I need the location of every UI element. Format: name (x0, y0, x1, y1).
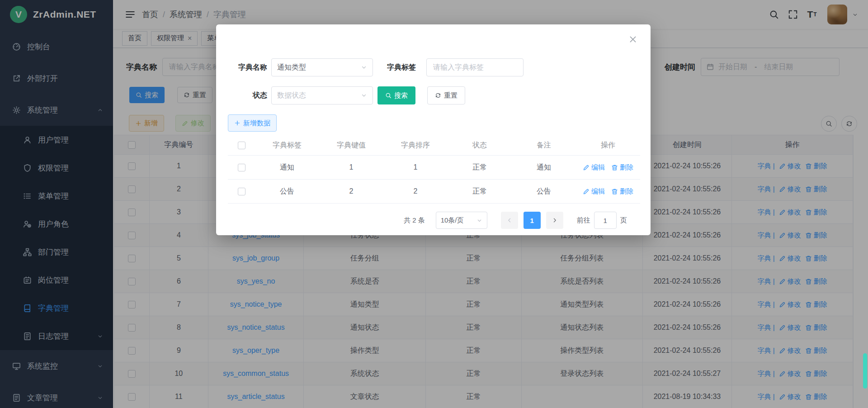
chevron-down-icon (476, 218, 482, 223)
modal-dict-name-label: 字典名称 (227, 58, 267, 76)
chevron-left-icon (506, 217, 513, 223)
delete-link[interactable]: 删除 (611, 163, 633, 172)
cell-dict-label: 通知 (255, 156, 319, 179)
next-page-button[interactable] (546, 212, 563, 229)
page-unit-label: 页 (620, 216, 627, 225)
goto-label: 前往 (577, 216, 590, 225)
page-size-select[interactable]: 10条/页 (436, 212, 487, 229)
modal-status-select[interactable]: 数据状态 (271, 86, 373, 104)
page-number-button[interactable]: 1 (524, 212, 541, 229)
scrollbar-thumb[interactable] (863, 353, 867, 389)
modal-reset-label: 重置 (444, 91, 458, 100)
row-checkbox[interactable] (238, 188, 245, 195)
cell-operations: 编辑删除 (576, 156, 640, 179)
prev-page-button[interactable] (501, 212, 518, 229)
cell-dict-value: 2 (319, 180, 383, 203)
add-data-label: 新增数据 (243, 119, 270, 128)
delete-link[interactable]: 删除 (611, 187, 633, 196)
cell-remark: 通知 (512, 156, 576, 179)
dict-data-table: 字典标签字典键值字典排序状态备注操作 通知11正常通知编辑删除公告22正常公告编… (228, 135, 640, 204)
modal-dict-label-input[interactable] (426, 58, 524, 76)
cell-remark: 公告 (512, 180, 576, 203)
delete-icon (611, 164, 618, 171)
dict-data-row: 公告22正常公告编辑删除 (228, 180, 640, 204)
column-header: 状态 (448, 135, 512, 155)
select-all-cell (228, 135, 255, 155)
chevron-down-icon (361, 64, 367, 71)
dict-name-selected-value: 通知类型 (277, 63, 306, 72)
close-icon[interactable] (627, 33, 639, 45)
column-header: 字典排序 (383, 135, 448, 155)
cell-dict-sort: 2 (383, 180, 448, 203)
modal-search-label: 搜索 (394, 91, 408, 100)
search-icon (385, 92, 392, 99)
pagination-total: 共 2 条 (404, 216, 425, 225)
cell-dict-value: 1 (319, 156, 383, 179)
edit-icon (583, 164, 590, 171)
dict-data-dialog: 字典名称 通知类型 字典标签 状态 数据状态 搜索 重置 新增数据 字典标签字典… (216, 24, 651, 235)
chevron-right-icon (552, 217, 558, 223)
column-header: 操作 (576, 135, 640, 155)
cell-status: 正常 (448, 156, 512, 179)
status-select-placeholder: 数据状态 (277, 91, 306, 100)
refresh-icon (435, 92, 441, 99)
column-header: 备注 (512, 135, 576, 155)
modal-search-button[interactable]: 搜索 (377, 86, 415, 104)
page-size-value: 10条/页 (441, 216, 464, 225)
dict-data-table-header: 字典标签字典键值字典排序状态备注操作 (228, 135, 640, 156)
goto-page-input[interactable] (594, 212, 617, 229)
modal-dict-name-select[interactable]: 通知类型 (271, 58, 373, 76)
modal-status-label: 状态 (227, 86, 267, 104)
plus-icon (234, 120, 241, 126)
modal-reset-button[interactable]: 重置 (427, 86, 465, 104)
cell-status: 正常 (448, 180, 512, 203)
edit-link[interactable]: 编辑 (583, 187, 605, 196)
select-all-checkbox[interactable] (238, 142, 245, 149)
modal-dict-label-label: 字典标签 (387, 58, 416, 76)
app-root: V ZrAdmin.NET 控制台外部打开系统管理用户管理权限管理菜单管理用户角… (0, 0, 868, 408)
row-checkbox[interactable] (238, 164, 245, 171)
dict-data-row: 通知11正常通知编辑删除 (228, 156, 640, 180)
column-header: 字典标签 (255, 135, 319, 155)
cell-dict-sort: 1 (383, 156, 448, 179)
edit-icon (583, 188, 590, 195)
dict-data-table-body: 通知11正常通知编辑删除公告22正常公告编辑删除 (228, 156, 640, 204)
cell-dict-label: 公告 (255, 180, 319, 203)
add-data-button[interactable]: 新增数据 (228, 114, 277, 132)
cell-operations: 编辑删除 (576, 180, 640, 203)
edit-link[interactable]: 编辑 (583, 163, 605, 172)
delete-icon (611, 188, 618, 195)
chevron-down-icon (361, 92, 367, 99)
row-select-cell (228, 180, 255, 203)
column-header: 字典键值 (319, 135, 383, 155)
table-header-row: 字典标签字典键值字典排序状态备注操作 (228, 135, 640, 156)
row-select-cell (228, 156, 255, 179)
pagination: 共 2 条 10条/页 1 前往 页 (404, 211, 627, 229)
